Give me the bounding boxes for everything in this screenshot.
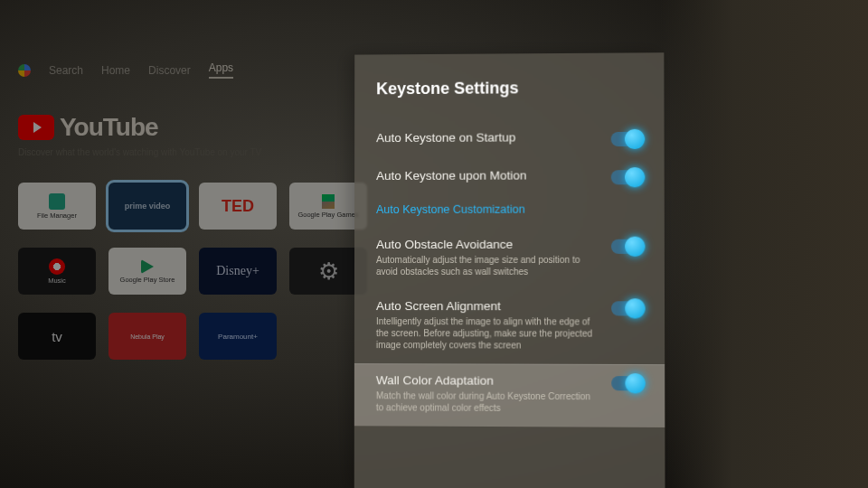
app-ted[interactable]: TED [199,183,277,230]
tile-label: prime video [125,202,171,211]
setting-title: Auto Keystone on Startup [376,130,598,145]
tile-label: Music [48,277,66,285]
play-store-icon [141,259,154,274]
play-triangle-icon [322,194,335,209]
tile-label: Paramount+ [218,333,258,341]
app-nebula-play[interactable]: Nebula Play [108,313,186,360]
tile-label: Google Play Games [297,211,358,219]
app-disney-plus[interactable]: Disney+ [199,248,277,295]
toggle-on-icon[interactable] [611,376,643,390]
toggle-on-icon[interactable] [611,239,643,254]
room-wall [660,0,868,488]
tile-label: Google Play Store [120,276,175,284]
setting-auto-keystone-startup[interactable]: Auto Keystone on Startup [376,121,642,160]
setting-auto-keystone-customization[interactable]: Auto Keystone Customization [376,197,642,229]
tile-label: Disney+ [216,264,259,278]
app-prime-video[interactable]: prime video [108,183,186,230]
setting-wall-color-adaptation[interactable]: Wall Color Adaptation Match the wall col… [354,363,665,427]
app-youtube-music[interactable]: Music [18,248,96,295]
toggle-on-icon[interactable] [611,170,643,184]
assistant-icon [18,64,31,77]
toggle-on-icon[interactable] [611,301,643,315]
tile-label: Nebula Play [130,333,165,340]
nav-apps[interactable]: Apps [209,61,233,79]
keystone-settings-panel: Keystone Settings Auto Keystone on Start… [354,52,665,488]
app-paramount-plus[interactable]: Paramount+ [199,313,277,360]
youtube-play-icon [18,115,54,140]
nav-discover[interactable]: Discover [148,64,191,77]
tile-label: TED [222,197,254,216]
setting-auto-keystone-motion[interactable]: Auto Keystone upon Motion [376,159,642,198]
setting-auto-screen-alignment[interactable]: Auto Screen Alignment Intelligently adju… [376,290,643,364]
toggle-on-icon[interactable] [611,132,643,146]
music-icon [49,258,65,275]
nav-home[interactable]: Home [101,64,130,77]
app-google-play-store[interactable]: Google Play Store [108,248,186,295]
tile-label: File Manager [37,211,77,220]
setting-title: Auto Screen Alignment [376,299,599,313]
setting-title: Auto Obstacle Avoidance [376,238,599,251]
setting-title: Auto Keystone upon Motion [376,168,599,183]
nav-search[interactable]: Search [49,64,83,77]
folder-icon [49,193,65,210]
setting-desc: Automatically adjust the image size and … [376,254,599,277]
setting-title: Wall Color Adaptation [376,373,599,388]
youtube-word: YouTube [60,113,158,142]
setting-auto-obstacle-avoidance[interactable]: Auto Obstacle Avoidance Automatically ad… [376,229,643,291]
app-apple-tv[interactable]: tv [18,313,96,360]
panel-title: Keystone Settings [376,79,642,99]
app-file-manager[interactable]: File Manager [18,183,96,230]
gear-icon: ⚙ [318,258,339,286]
setting-desc: Match the wall color during Auto Keyston… [376,389,599,414]
tile-label: tv [52,329,62,344]
setting-desc: Intelligently adjust the image to align … [376,315,599,352]
